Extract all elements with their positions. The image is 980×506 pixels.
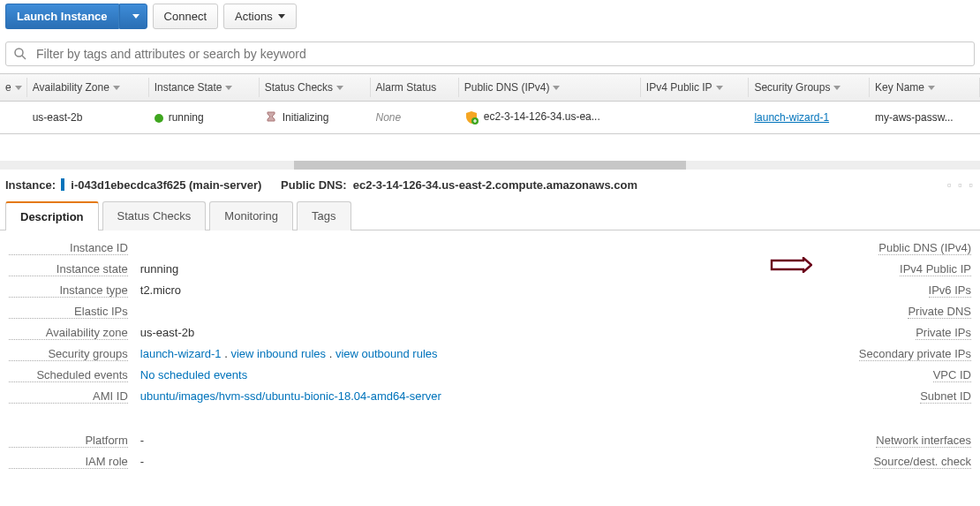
cell-az: us-east-2b bbox=[27, 102, 149, 134]
label-iam-role: IAM role bbox=[9, 455, 128, 469]
col-label: e bbox=[5, 81, 11, 94]
col-label: Alarm Status bbox=[376, 81, 437, 94]
tab-label: Status Checks bbox=[117, 209, 192, 223]
instance-id-value: i-043d1ebecdca3f625 (main-server) bbox=[71, 178, 261, 192]
col-availability-zone[interactable]: Availability Zone bbox=[27, 74, 149, 102]
col-partial[interactable]: e bbox=[0, 74, 27, 102]
chevron-down-icon bbox=[132, 14, 139, 19]
horizontal-scrollbar[interactable] bbox=[0, 161, 980, 170]
table-header-row: e Availability Zone Instance State Statu… bbox=[0, 74, 980, 102]
label-source-dest-check: Source/dest. check bbox=[873, 455, 971, 469]
launch-instance-button[interactable]: Launch Instance bbox=[5, 4, 119, 29]
label-scheduled-events: Scheduled events bbox=[9, 368, 128, 382]
label-ipv4-public-ip: IPv4 Public IP bbox=[900, 262, 971, 276]
value-instance-type: t2.micro bbox=[140, 283, 470, 298]
label-instance-type: Instance type bbox=[9, 283, 128, 298]
value-platform: - bbox=[140, 434, 470, 448]
sort-icon bbox=[336, 86, 343, 90]
public-dns-value: ec2-3-14-126-34.us-east-2.compute.amazon… bbox=[353, 178, 637, 192]
svg-point-0 bbox=[15, 49, 23, 57]
public-dns-label: Public DNS: bbox=[281, 178, 346, 192]
value-instance-id bbox=[140, 241, 470, 255]
cell-status: Initializing bbox=[260, 102, 371, 134]
col-label: Status Checks bbox=[265, 81, 333, 94]
sort-icon bbox=[833, 86, 841, 90]
cell-text: us-east-2b bbox=[33, 111, 83, 124]
tab-label: Tags bbox=[312, 209, 335, 223]
col-label: Public DNS (IPv4) bbox=[464, 81, 550, 94]
search-input[interactable] bbox=[34, 46, 967, 62]
value-iam-role: - bbox=[140, 455, 470, 469]
value-security-groups: launch-wizard-1 . view inbound rules . v… bbox=[140, 347, 470, 361]
col-ipv4-public-ip[interactable]: IPv4 Public IP bbox=[641, 74, 750, 102]
col-security-groups[interactable]: Security Groups bbox=[749, 74, 870, 102]
instance-table: e Availability Zone Instance State Statu… bbox=[0, 74, 980, 133]
col-public-dns[interactable]: Public DNS (IPv4) bbox=[459, 74, 641, 102]
view-inbound-rules-link[interactable]: view inbound rules bbox=[230, 347, 326, 360]
label-ami-id: AMI ID bbox=[9, 389, 128, 404]
actions-label: Actions bbox=[235, 10, 273, 23]
connect-label: Connect bbox=[164, 10, 207, 23]
label-availability-zone: Availability zone bbox=[9, 326, 128, 340]
label-vpc-id: VPC ID bbox=[933, 368, 971, 382]
right-column: Public DNS (IPv4) IPv4 Public IP IPv6 IP… bbox=[594, 241, 971, 469]
value-elastic-ips bbox=[140, 305, 470, 319]
cell-ip bbox=[641, 102, 750, 134]
label-instance-state: Instance state bbox=[9, 262, 128, 276]
selection-indicator-icon bbox=[61, 178, 64, 191]
col-status-checks[interactable]: Status Checks bbox=[260, 74, 371, 102]
detail-header: Instance: i-043d1ebecdca3f625 (main-serv… bbox=[0, 170, 980, 200]
security-group-link[interactable]: launch-wizard-1 bbox=[140, 347, 222, 360]
table-row[interactable]: us-east-2b running Initializing None ec2… bbox=[0, 102, 980, 134]
cell-dns: ec2-3-14-126-34.us-ea... bbox=[459, 102, 641, 134]
tab-monitoring[interactable]: Monitoring bbox=[209, 201, 293, 230]
cell-sg: launch-wizard-1 bbox=[749, 102, 870, 134]
filter-search-bar[interactable] bbox=[5, 42, 975, 66]
value-instance-state: running bbox=[140, 262, 470, 276]
middle-spacer bbox=[469, 241, 594, 469]
tab-status-checks[interactable]: Status Checks bbox=[102, 201, 207, 230]
label-platform: Platform bbox=[9, 434, 128, 448]
value-scheduled-events[interactable]: No scheduled events bbox=[140, 368, 470, 382]
label-security-groups: Security groups bbox=[9, 347, 128, 361]
resize-grip-icon[interactable]: ▫ ▫ ▫ bbox=[947, 178, 975, 192]
instance-label: Instance: bbox=[5, 178, 56, 192]
label-private-dns: Private DNS bbox=[908, 305, 971, 319]
cell-text: ec2-3-14-126-34.us-ea... bbox=[484, 110, 600, 123]
launch-instance-split: Launch Instance bbox=[5, 4, 147, 29]
label-secondary-private-ips: Secondary private IPs bbox=[859, 347, 971, 361]
tab-tags[interactable]: Tags bbox=[297, 201, 351, 230]
col-label: Key Name bbox=[875, 81, 924, 94]
tab-description[interactable]: Description bbox=[5, 201, 99, 230]
hourglass-icon bbox=[265, 111, 277, 124]
label-subnet-id: Subnet ID bbox=[920, 389, 971, 404]
connect-button[interactable]: Connect bbox=[153, 4, 218, 29]
search-icon bbox=[13, 47, 27, 61]
sort-icon bbox=[225, 86, 232, 90]
label-network-interfaces: Network interfaces bbox=[876, 434, 971, 448]
status-dot-icon bbox=[155, 114, 163, 123]
label-ipv6-ips: IPv6 IPs bbox=[929, 283, 971, 298]
col-instance-state[interactable]: Instance State bbox=[149, 74, 260, 102]
scrollbar-thumb[interactable] bbox=[294, 161, 686, 170]
shield-plus-icon bbox=[464, 110, 479, 125]
sort-icon bbox=[928, 86, 935, 90]
security-group-link[interactable]: launch-wizard-1 bbox=[754, 111, 829, 124]
value-ami-id[interactable]: ubuntu/images/hvm-ssd/ubuntu-bionic-18.0… bbox=[140, 389, 470, 404]
actions-button[interactable]: Actions bbox=[223, 4, 297, 29]
sort-icon bbox=[553, 86, 560, 90]
launch-instance-dropdown[interactable] bbox=[119, 4, 147, 29]
tab-label: Description bbox=[20, 210, 84, 223]
cell-key: my-aws-passw... bbox=[870, 102, 980, 134]
value-availability-zone: us-east-2b bbox=[140, 326, 470, 340]
col-key-name[interactable]: Key Name bbox=[870, 74, 980, 102]
cell-text: running bbox=[169, 111, 204, 124]
label-public-dns-ipv4: Public DNS (IPv4) bbox=[878, 241, 971, 255]
col-label: IPv4 Public IP bbox=[646, 81, 712, 94]
label-private-ips: Private IPs bbox=[916, 326, 971, 340]
col-label: Instance State bbox=[155, 81, 222, 94]
cell-state: running bbox=[149, 102, 260, 134]
view-outbound-rules-link[interactable]: view outbound rules bbox=[335, 347, 438, 360]
col-alarm-status[interactable]: Alarm Status bbox=[371, 74, 459, 102]
toolbar: Launch Instance Connect Actions bbox=[0, 0, 980, 33]
